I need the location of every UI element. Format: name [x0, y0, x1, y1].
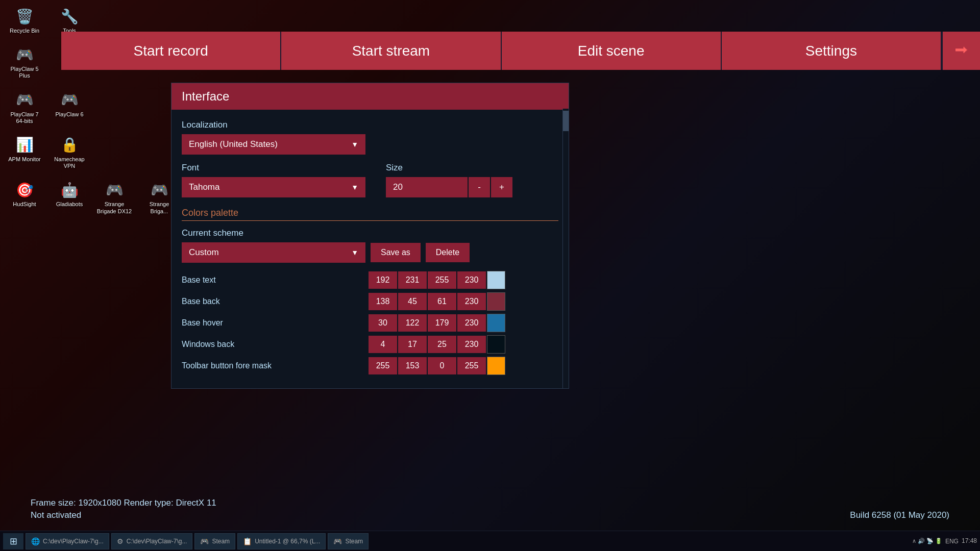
color-b-4[interactable]: 0 [428, 357, 456, 374]
color-swatch-3[interactable] [487, 335, 505, 354]
color-a-0[interactable]: 230 [457, 271, 486, 289]
color-r-4[interactable]: 255 [369, 357, 397, 374]
taskbar-icon-1: ⚙ [117, 537, 124, 545]
taskbar-label-4: Steam [345, 538, 363, 545]
font-arrow-icon: ▼ [351, 183, 358, 191]
color-values-0: 192 231 255 230 [369, 271, 505, 289]
taskbar-item-1[interactable]: ⚙ C:\dev\PlayClaw-7\g... [111, 533, 193, 549]
taskbar-right: ∧ 🔊 📡 🔋 ENG 17:48 [912, 537, 977, 545]
color-row-0: Base text 192 231 255 230 [182, 271, 558, 289]
desktop-icon-recycle-bin[interactable]: 🗑️ Recycle Bin [4, 4, 45, 36]
color-b-3[interactable]: 25 [428, 336, 456, 353]
taskbar-icon-0: 🌐 [31, 537, 40, 545]
color-g-2[interactable]: 122 [398, 314, 427, 332]
color-a-4[interactable]: 255 [457, 357, 486, 374]
color-label-3: Windows back [182, 340, 365, 349]
desktop-icon-strange1[interactable]: 🎮 Strange Brigade DX12 [94, 178, 135, 216]
font-dropdown[interactable]: Tahoma ▼ [182, 177, 365, 197]
edit-scene-label: Edit scene [578, 43, 645, 59]
scheme-dropdown[interactable]: Custom ▼ [182, 242, 365, 263]
color-values-4: 255 153 0 255 [369, 357, 505, 375]
exit-button[interactable]: ⮕ [942, 32, 980, 70]
color-g-1[interactable]: 45 [398, 293, 427, 310]
playclaw6-icon: 🎮 [59, 90, 80, 110]
playclaw7-label: PlayClaw 7 64-bits [6, 111, 43, 124]
color-swatch-0[interactable] [487, 271, 505, 289]
color-r-2[interactable]: 30 [369, 314, 397, 332]
desktop-icon-hudsight[interactable]: 🎯 HudSight [4, 178, 45, 216]
size-minus-button[interactable]: - [468, 177, 490, 197]
color-b-1[interactable]: 61 [428, 293, 456, 310]
color-rows-container: Base text 192 231 255 230 Base back 138 … [182, 271, 558, 375]
color-label-0: Base text [182, 276, 365, 285]
taskbar-label-3: Untitled-1 @ 66,7% (L... [255, 538, 320, 545]
frame-size-text: Frame size: 980x551 Render type: Direc… [31, 498, 216, 508]
taskbar-item-2[interactable]: 🎮 Steam [194, 533, 235, 549]
color-r-3[interactable]: 4 [369, 336, 397, 353]
color-r-0[interactable]: 192 [369, 271, 397, 289]
color-swatch-1[interactable] [487, 292, 505, 311]
taskbar-clock: 17:48 [962, 537, 977, 545]
color-a-1[interactable]: 230 [457, 293, 486, 310]
windows-icon: ⊞ [10, 536, 17, 547]
start-stream-label: Start stream [352, 43, 430, 59]
taskbar-item-4[interactable]: 🎮 Steam [328, 533, 369, 549]
apm-label: APM Monitor [8, 156, 41, 163]
colors-palette-title: Colors palette [182, 208, 558, 218]
status-bar: Frame size: 980x551 Render type: Direc… [31, 498, 216, 520]
color-swatch-4[interactable] [487, 357, 505, 375]
desktop-icon-vpn[interactable]: 🔒 Namecheap VPN [49, 133, 90, 171]
localization-label: Localization [182, 120, 558, 130]
desktop-icon-playclaw6[interactable]: 🎮 PlayClaw 6 [49, 88, 90, 127]
taskbar-time: 17:48 [962, 537, 977, 545]
apm-icon: 📊 [14, 135, 35, 155]
color-b-2[interactable]: 179 [428, 314, 456, 332]
playclaw5-icon: 🎮 [14, 44, 35, 65]
build-info: Build 6258 (01 May 2020) [850, 510, 949, 520]
scrollbar-thumb[interactable] [563, 111, 569, 131]
color-label-4: Toolbar button fore mask [182, 361, 365, 370]
color-swatch-2[interactable] [487, 314, 505, 332]
taskbar-icon-4: 🎮 [333, 537, 342, 545]
start-button[interactable]: ⊞ [3, 533, 23, 549]
taskbar-label-2: Steam [212, 538, 230, 545]
colors-divider [182, 220, 558, 221]
color-g-0[interactable]: 231 [398, 271, 427, 289]
taskbar: ⊞ 🌐 C:\dev\PlayClaw-7\g... ⚙ C:\dev\Play… [0, 531, 980, 551]
font-col: Font Tahoma ▼ [182, 163, 365, 197]
playclaw5-label: PlayClaw 5 Plus [6, 66, 43, 79]
desktop-icon-gladiabots[interactable]: 🤖 Gladiabots [49, 178, 90, 216]
size-plus-button[interactable]: + [490, 177, 512, 197]
exit-icon: ⮕ [954, 42, 969, 59]
font-value: Tahoma [189, 182, 219, 192]
delete-button[interactable]: Delete [426, 243, 470, 262]
edit-scene-button[interactable]: Edit scene [502, 32, 722, 70]
hudsight-label: HudSight [13, 201, 36, 208]
system-tray: ∧ 🔊 📡 🔋 [912, 538, 942, 544]
color-a-2[interactable]: 230 [457, 314, 486, 332]
color-values-3: 4 17 25 230 [369, 335, 505, 354]
dialog-scrollbar[interactable] [562, 109, 569, 388]
settings-button[interactable]: Settings [722, 32, 942, 70]
color-g-4[interactable]: 153 [398, 357, 427, 374]
taskbar-icon-3: 📋 [243, 537, 252, 545]
color-a-3[interactable]: 230 [457, 336, 486, 353]
taskbar-item-3[interactable]: 📋 Untitled-1 @ 66,7% (L... [237, 533, 326, 549]
color-g-3[interactable]: 17 [398, 336, 427, 353]
desktop-icon-playclaw5[interactable]: 🎮 PlayClaw 5 Plus [4, 42, 45, 81]
color-row-4: Toolbar button fore mask 255 153 0 255 [182, 357, 558, 375]
desktop-icon-apm[interactable]: 📊 APM Monitor [4, 133, 45, 171]
desktop-icon-playclaw7[interactable]: 🎮 PlayClaw 7 64-bits [4, 88, 45, 127]
localization-row: English (United States) ▼ [182, 134, 558, 155]
save-as-button[interactable]: Save as [371, 243, 421, 262]
color-r-1[interactable]: 138 [369, 293, 397, 310]
scheme-row: Custom ▼ Save as Delete [182, 242, 558, 263]
start-record-button[interactable]: Start record [61, 32, 281, 70]
size-input[interactable]: 20 [386, 177, 468, 197]
localization-dropdown[interactable]: English (United States) ▼ [182, 134, 365, 155]
start-stream-button[interactable]: Start stream [281, 32, 501, 70]
taskbar-item-0[interactable]: 🌐 C:\dev\PlayClaw-7\g... [26, 533, 109, 549]
strange2-icon: 🎮 [149, 180, 169, 200]
color-b-0[interactable]: 255 [428, 271, 456, 289]
recycle-bin-label: Recycle Bin [10, 28, 39, 34]
